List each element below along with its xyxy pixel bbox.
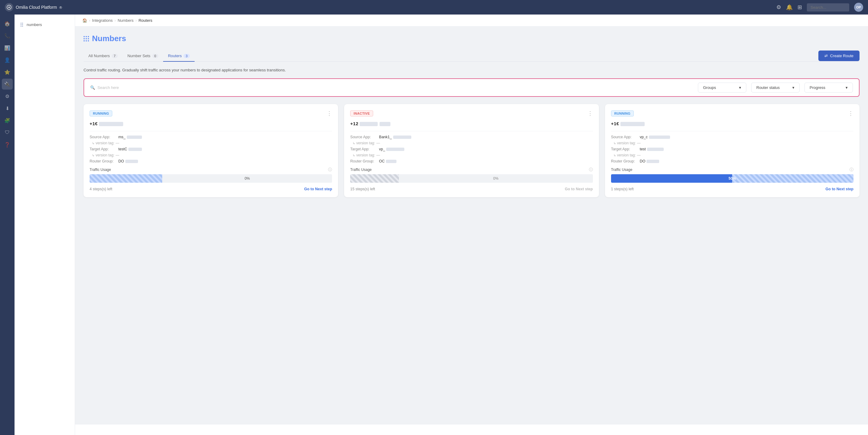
progress-chevron-icon: ▾ — [846, 85, 848, 90]
card-target-app-1: Target App: vp_ — [350, 147, 593, 151]
tab-all-numbers-label: All Numbers — [88, 54, 110, 58]
sidebar-item-home[interactable]: 🏠 — [2, 18, 13, 29]
card-source-version-1: ↳ version tag: — — [350, 141, 593, 145]
grid-icon[interactable]: ⊞ — [798, 4, 802, 10]
groups-chevron-icon: ▾ — [739, 85, 741, 90]
bottom-bar: « — [14, 424, 868, 435]
top-navigation: Omilia Cloud Platform® ⚙ 🔔 ⊞ OP — [0, 0, 868, 14]
groups-dropdown[interactable]: Groups ▾ — [698, 82, 746, 93]
tab-all-numbers[interactable]: All Numbers 7 — [84, 51, 123, 62]
user-avatar[interactable]: OP — [854, 3, 863, 12]
nav-panel-numbers[interactable]: numbers — [14, 20, 75, 30]
progress-label-2: 50% — [611, 176, 854, 180]
card-phone-0: +1€ — [90, 121, 332, 126]
steps-left-2: 1 steps(s) left — [611, 187, 634, 191]
card-source-app-2: Source App: vp_c — [611, 135, 854, 139]
card-router-group-0: Router Group: DO — [90, 159, 332, 163]
tab-number-sets[interactable]: Number Sets 0 — [123, 51, 163, 62]
progress-bar-2: 50% — [611, 174, 854, 183]
card-menu-1[interactable]: ⋮ — [587, 110, 593, 117]
card-phone-2: +1€ — [611, 121, 854, 126]
progress-dropdown[interactable]: Progress ▾ — [804, 82, 853, 93]
steps-left-0: 4 steps(s) left — [90, 187, 112, 191]
sidebar-item-puzzle[interactable]: 🧩 — [2, 115, 13, 126]
sidebar-item-phone[interactable]: 📞 — [2, 30, 13, 41]
card-target-version-0: ↳ version tag: — — [90, 153, 332, 157]
app-name: Omilia Cloud Platform — [16, 5, 57, 10]
bell-icon[interactable]: 🔔 — [786, 4, 793, 10]
router-status-dropdown[interactable]: Router status ▾ — [751, 82, 800, 93]
global-search-input[interactable] — [807, 3, 849, 11]
card-target-app-2: Target App: test — [611, 147, 854, 151]
cards-grid: RUNNING ⋮ +1€ Source App: ms_ ↳ version … — [84, 104, 860, 197]
traffic-label-row-2: Traffic Usage ⓘ — [611, 167, 854, 172]
traffic-info-icon-1[interactable]: ⓘ — [589, 167, 593, 172]
groups-label: Groups — [703, 85, 716, 90]
router-status-chevron-icon: ▾ — [792, 85, 795, 90]
search-box: 🔍 Search here — [90, 85, 693, 90]
card-menu-2[interactable]: ⋮ — [848, 110, 854, 117]
progress-bar-1: 0% — [350, 174, 593, 183]
router-card-2: RUNNING ⋮ +1€ Source App: vp_c ↳ version… — [605, 104, 860, 197]
breadcrumb-current: Routers — [138, 18, 153, 23]
topnav-icons: ⚙ 🔔 ⊞ OP — [776, 3, 863, 12]
search-icon: 🔍 — [90, 85, 95, 90]
traffic-info-icon-0[interactable]: ⓘ — [328, 167, 332, 172]
card-footer-1: 15 steps(s) left Go to Next step — [350, 187, 593, 191]
next-step-btn-0[interactable]: Go to Next step — [304, 187, 332, 191]
card-router-group-1: Router Group: OC — [350, 159, 593, 163]
card-target-version-2: ↳ version tag: — — [611, 153, 854, 157]
breadcrumb-sep2: › — [115, 18, 116, 23]
breadcrumb-sep3: › — [135, 18, 136, 23]
tab-number-sets-badge: 0 — [152, 54, 158, 58]
nav-numbers-label: numbers — [27, 22, 42, 27]
card-target-version-1: ↳ version tag: — — [350, 153, 593, 157]
router-status-label: Router status — [756, 85, 780, 90]
traffic-label-row-0: Traffic Usage ⓘ — [90, 167, 332, 172]
router-card-1: INACTIVE ⋮ +12 Source App: Bank1_ ↳ vers… — [344, 104, 599, 197]
status-badge-2: RUNNING — [611, 110, 634, 116]
traffic-info-icon-2[interactable]: ⓘ — [849, 167, 854, 172]
sidebar-item-settings[interactable]: ⚙ — [2, 91, 13, 102]
sidebar-item-shield[interactable]: 🛡 — [2, 127, 13, 138]
tab-routers[interactable]: Routers 3 — [163, 51, 195, 62]
sidebar-item-help[interactable]: ❓ — [2, 139, 13, 150]
card-menu-0[interactable]: ⋮ — [327, 110, 332, 117]
sidebar-item-integrations[interactable]: 🔌 — [2, 79, 13, 90]
breadcrumb-home[interactable]: 🏠 — [82, 18, 87, 23]
sidebar-item-star[interactable]: ⭐ — [2, 67, 13, 77]
page-title: Numbers — [92, 34, 126, 43]
progress-label-0: 0% — [162, 176, 332, 180]
sidebar-item-chart[interactable]: 📊 — [2, 42, 13, 53]
card-source-version-2: ↳ version tag: — — [611, 141, 854, 145]
page-description: Control traffic routing. Gradually shift… — [84, 67, 860, 72]
card-source-app-1: Source App: Bank1_ — [350, 135, 593, 139]
next-step-btn-1: Go to Next step — [565, 187, 593, 191]
logo-icon — [5, 3, 13, 11]
card-target-app-0: Target App: testC — [90, 147, 332, 151]
app-logo: Omilia Cloud Platform® — [5, 3, 773, 11]
tab-routers-badge: 3 — [183, 54, 189, 58]
traffic-label-row-1: Traffic Usage ⓘ — [350, 167, 593, 172]
sidebar-item-download[interactable]: ⬇ — [2, 103, 13, 114]
create-route-button[interactable]: ⇄ Create Route — [818, 51, 860, 61]
sidebar-item-users[interactable]: 👤 — [2, 55, 13, 65]
progress-bar-0: 0% — [90, 174, 332, 183]
tab-routers-label: Routers — [168, 54, 182, 58]
search-input[interactable] — [121, 85, 693, 90]
next-step-btn-2[interactable]: Go to Next step — [826, 187, 854, 191]
breadcrumb-numbers[interactable]: Numbers — [118, 18, 134, 23]
filter-bar: 🔍 Search here Groups ▾ Router status ▾ P… — [84, 78, 860, 97]
settings-icon[interactable]: ⚙ — [776, 4, 781, 10]
breadcrumb-sep1: › — [89, 18, 90, 23]
router-card-0: RUNNING ⋮ +1€ Source App: ms_ ↳ version … — [84, 104, 338, 197]
search-placeholder: Search here — [97, 85, 119, 90]
progress-label: Progress — [810, 85, 825, 90]
create-route-icon: ⇄ — [825, 54, 828, 58]
card-footer-0: 4 steps(s) left Go to Next step — [90, 187, 332, 191]
card-phone-1: +12 — [350, 121, 593, 126]
tab-all-numbers-badge: 7 — [112, 54, 118, 58]
progress-label-1: 0% — [493, 176, 498, 180]
breadcrumb-integrations[interactable]: Integrations — [92, 18, 113, 23]
tabs-row: All Numbers 7 Number Sets 0 Routers 3 ⇄ … — [84, 51, 860, 62]
